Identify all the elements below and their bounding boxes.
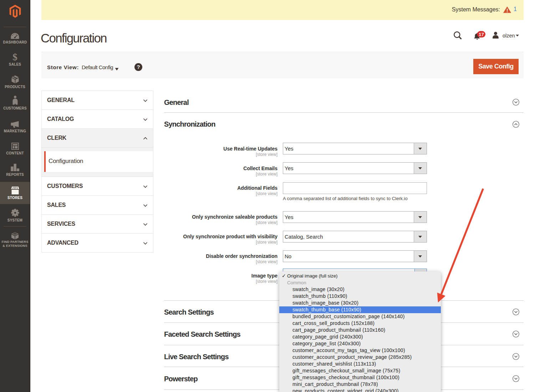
svg-text:?: ? [137, 64, 140, 70]
svg-text:17: 17 [479, 32, 484, 37]
